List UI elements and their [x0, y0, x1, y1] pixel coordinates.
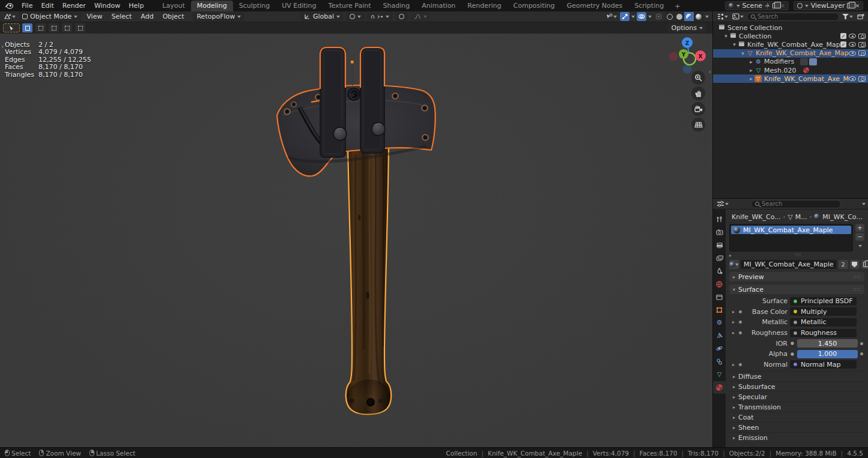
- decorator-dot[interactable]: [739, 363, 742, 366]
- falloff-dropdown[interactable]: [410, 12, 431, 21]
- axe-handle[interactable]: [346, 146, 392, 415]
- props-tab-constraints[interactable]: [713, 355, 726, 369]
- collection-checkbox[interactable]: ✓: [840, 33, 846, 39]
- properties-editor-type-button[interactable]: [715, 199, 730, 208]
- xray-toggle-button[interactable]: [654, 12, 663, 21]
- navigation-gizmo[interactable]: Y Z X: [664, 35, 712, 79]
- expand-icon[interactable]: ▸: [729, 253, 732, 258]
- menu-file[interactable]: File: [17, 1, 37, 10]
- props-tab-object-data[interactable]: ▽: [713, 368, 726, 381]
- select-mode-new-button[interactable]: [22, 23, 32, 32]
- outliner-search[interactable]: [747, 13, 839, 21]
- decorator-dot[interactable]: [860, 342, 863, 345]
- panel-surface[interactable]: ▾ Surface ∷∷: [729, 285, 864, 294]
- proportional-editing-button[interactable]: [395, 12, 408, 21]
- material-name-field[interactable]: MI_WK_Combat_Axe_Maple: [741, 260, 837, 269]
- roughness-field[interactable]: Roughness: [790, 329, 857, 337]
- panel-coat[interactable]: ▸Coat: [729, 412, 864, 422]
- shading-solid-button[interactable]: [675, 12, 684, 21]
- hide-viewport-icon[interactable]: [849, 51, 856, 56]
- panel-preview[interactable]: ▸ Preview ∷∷: [729, 272, 864, 282]
- viewport-canvas[interactable]: Objects2 / 2 Vertices4,079 / 4,079 Edges…: [0, 34, 712, 447]
- breadcrumb-object[interactable]: Knife_WK_Co...: [732, 213, 781, 221]
- decorator-dot[interactable]: [739, 321, 742, 324]
- copy-icon[interactable]: [847, 3, 852, 8]
- orientation-dropdown[interactable]: Global: [300, 12, 344, 21]
- menu-window[interactable]: Window: [90, 1, 124, 10]
- modifier-editmode-toggle[interactable]: [800, 58, 808, 65]
- alpha-slider[interactable]: 1.000: [797, 350, 858, 358]
- shading-rendered-button[interactable]: [694, 12, 703, 21]
- outliner-row-sheath-object[interactable]: ▾ ▽ Knife_WK_Combat_Axe_Maple_Sheath: [713, 49, 868, 58]
- tab-texture-paint[interactable]: Texture Paint: [323, 1, 377, 12]
- slot-specials-button[interactable]: [855, 242, 864, 250]
- camera-view-button[interactable]: [691, 102, 705, 116]
- fake-user-button[interactable]: [850, 260, 860, 269]
- add-workspace-button[interactable]: +: [670, 1, 685, 11]
- props-tab-output[interactable]: [713, 239, 726, 252]
- resize-grip[interactable]: ∷∷: [795, 253, 801, 258]
- normal-field[interactable]: Normal Map: [790, 360, 857, 369]
- expand-icon[interactable]: ▸: [748, 59, 754, 65]
- viewlayer-selector[interactable]: ViewLayer ✕: [794, 1, 863, 10]
- show-gizmo-button[interactable]: [620, 12, 630, 21]
- outliner-search-input[interactable]: [757, 13, 835, 20]
- expand-icon[interactable]: ▸: [730, 330, 736, 336]
- menu-help[interactable]: Help: [124, 1, 148, 10]
- menu-select[interactable]: Select: [108, 12, 135, 21]
- props-tab-collection[interactable]: [713, 291, 726, 304]
- expand-icon[interactable]: ▸: [730, 319, 736, 325]
- select-mode-extend-button[interactable]: [35, 23, 46, 32]
- outliner-filter-mode-button[interactable]: [731, 12, 745, 21]
- tab-rendering[interactable]: Rendering: [461, 1, 507, 12]
- ior-socket-dot[interactable]: [790, 341, 795, 346]
- hide-viewport-icon[interactable]: [849, 76, 856, 81]
- options-dropdown[interactable]: Options: [668, 23, 706, 32]
- users-count-button[interactable]: 2: [839, 260, 848, 269]
- browse-material-button[interactable]: [729, 260, 739, 269]
- panel-grip[interactable]: ∷∷: [854, 274, 861, 280]
- menu-render[interactable]: Render: [58, 1, 90, 10]
- ior-slider[interactable]: 1.450: [797, 339, 858, 348]
- panel-specular[interactable]: ▸Specular: [729, 391, 864, 402]
- panel-sheen[interactable]: ▸Sheen: [729, 422, 864, 432]
- select-mode-invert-button[interactable]: [62, 23, 72, 32]
- props-tab-modifiers[interactable]: ⚙: [713, 316, 726, 330]
- props-tab-tool[interactable]: [713, 213, 726, 226]
- expand-icon[interactable]: ▾: [731, 41, 738, 47]
- axis-neg-z-handle[interactable]: [683, 65, 692, 74]
- axis-neg-x-handle[interactable]: [669, 52, 678, 61]
- outliner-filter-button[interactable]: [841, 12, 854, 21]
- outliner-row-axe-collection[interactable]: ▾ Knife_WK_Combat_Axe_Maple ✓: [713, 40, 868, 49]
- props-tab-physics[interactable]: [713, 342, 726, 355]
- collection-checkbox[interactable]: ✓: [840, 41, 846, 47]
- show-overlays-button[interactable]: [637, 12, 646, 21]
- mode-dropdown[interactable]: Object Mode: [19, 12, 81, 21]
- decorator-dot[interactable]: [739, 331, 742, 334]
- outliner-row-axe-object[interactable]: ▸ ▽ Knife_WK_Combat_Axe_Maple: [713, 74, 868, 83]
- perspective-toggle-button[interactable]: [691, 118, 705, 131]
- snap-target-icon[interactable]: ⊦•: [377, 14, 383, 20]
- expand-icon[interactable]: ▸: [748, 67, 754, 73]
- chevron-down-icon[interactable]: [631, 16, 635, 18]
- outliner-row-collection[interactable]: ▾ Collection ✓: [713, 32, 868, 40]
- material-icon[interactable]: [803, 67, 809, 73]
- menu-edit[interactable]: Edit: [37, 1, 58, 10]
- pivot-point-dropdown[interactable]: [346, 12, 365, 21]
- disable-render-icon[interactable]: [858, 76, 866, 82]
- metallic-field[interactable]: Metallic: [790, 318, 857, 327]
- shading-wireframe-button[interactable]: [665, 12, 675, 21]
- expand-icon[interactable]: ▸: [748, 76, 754, 82]
- hide-viewport-icon[interactable]: [849, 34, 856, 38]
- hide-viewport-icon[interactable]: [849, 42, 856, 47]
- tab-modeling[interactable]: Modeling: [191, 1, 233, 12]
- select-mode-intersect-button[interactable]: [75, 23, 85, 32]
- shading-material-preview-button[interactable]: [684, 12, 694, 21]
- chevron-down-icon[interactable]: [648, 16, 652, 18]
- outliner-row-modifiers[interactable]: ▸ ⚙ Modifiers: [713, 58, 868, 66]
- material-slot-active[interactable]: MI_WK_Combat_Axe_Maple: [731, 226, 851, 234]
- copy-icon[interactable]: [772, 3, 778, 8]
- properties-search[interactable]: [751, 200, 841, 208]
- panel-grip[interactable]: ∷∷: [854, 287, 861, 292]
- expand-icon[interactable]: ▾: [723, 33, 729, 39]
